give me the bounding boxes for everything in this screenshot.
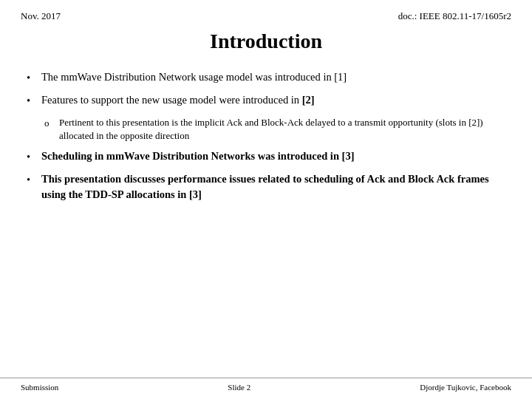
header-date: Nov. 2017 (21, 10, 61, 22)
slide-title: Introduction (0, 30, 532, 53)
slide-header: Nov. 2017 doc.: IEEE 802.11-17/1605r2 (0, 0, 532, 22)
bullet-text-2: Features to support the new usage model … (41, 92, 505, 107)
bullet-icon: • (27, 92, 41, 108)
sub-bullet-icon: o (44, 116, 59, 130)
footer-author: Djordje Tujkovic, Facebook (420, 383, 511, 392)
bullet-icon: • (27, 149, 41, 164)
list-item: • The mmWave Distribution Network usage … (27, 69, 505, 85)
list-item: • This presentation discusses performanc… (27, 171, 505, 202)
slide-container: Nov. 2017 doc.: IEEE 802.11-17/1605r2 In… (0, 0, 532, 399)
title-section: Introduction (0, 30, 532, 53)
bullet-text-3: Scheduling in mmWave Distribution Networ… (41, 149, 505, 163)
list-item: • Scheduling in mmWave Distribution Netw… (27, 149, 505, 164)
bullet-icon: • (27, 171, 41, 187)
header-doc: doc.: IEEE 802.11-17/1605r2 (398, 10, 511, 22)
bullet-text-1: The mmWave Distribution Network usage mo… (41, 69, 505, 84)
list-item: • Features to support the new usage mode… (27, 92, 505, 108)
bullet-text-4: This presentation discusses performance … (41, 171, 505, 202)
sub-bullet-text-1: Pertinent to this presentation is the im… (59, 116, 505, 143)
bullet-icon: • (27, 69, 41, 85)
content-section: • The mmWave Distribution Network usage … (0, 69, 532, 202)
list-item: o Pertinent to this presentation is the … (44, 116, 505, 143)
slide-footer: Submission Slide 2 Djordje Tujkovic, Fac… (0, 378, 532, 392)
footer-submission: Submission (21, 383, 58, 392)
footer-slide-number: Slide 2 (228, 383, 250, 392)
